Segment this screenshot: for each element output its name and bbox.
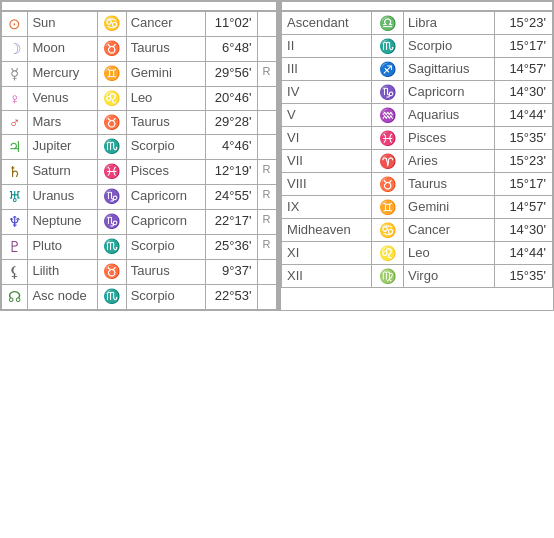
house-name-vi: VI [282,127,372,150]
house-name-ix: IX [282,196,372,219]
house-degree-ix: 14°57' [494,196,552,219]
planet-symbol-saturn: ♄ [2,160,28,185]
retro-uranus: R [258,185,277,210]
planet-name-saturn: Saturn [28,160,98,185]
main-table: ⊙ Sun ♋ Cancer 11°02' ☽ Moon ♉ Taurus 6°… [0,0,554,311]
planet-name-pluto: Pluto [28,235,98,260]
sign-name-pluto: Scorpio [126,235,205,260]
house-name-v: V [282,104,372,127]
house-sign-name-xi: Leo [404,242,495,265]
planet-row-ascnode: ☊ Asc node ♏ Scorpio 22°53' [2,285,277,310]
planet-name-venus: Venus [28,87,98,111]
house-degree-vii: 15°23' [494,150,552,173]
right-header [282,2,553,11]
sign-name-jupiter: Scorpio [126,135,205,160]
retro-mars [258,111,277,135]
planet-symbol-uranus: ♅ [2,185,28,210]
planet-symbol-neptune: ♆ [2,210,28,235]
house-row-xii: XII ♍ Virgo 15°35' [282,265,553,288]
planet-name-uranus: Uranus [28,185,98,210]
house-name-ii: II [282,35,372,58]
house-sign-name-iii: Sagittarius [404,58,495,81]
planet-row-uranus: ♅ Uranus ♑ Capricorn 24°55' R [2,185,277,210]
house-sign-symbol-xii: ♍ [372,265,404,288]
house-sign-name-xii: Virgo [404,265,495,288]
planet-row-mercury: ☿ Mercury ♊ Gemini 29°56' R [2,62,277,87]
planet-row-pluto: ♇ Pluto ♏ Scorpio 25°36' R [2,235,277,260]
planet-symbol-mars: ♂ [2,111,28,135]
house-row-midheaven: Midheaven ♋ Cancer 14°30' [282,219,553,242]
sign-name-lilith: Taurus [126,260,205,285]
retro-lilith [258,260,277,285]
house-row-vi: VI ♓ Pisces 15°35' [282,127,553,150]
house-sign-name-v: Aquarius [404,104,495,127]
house-name-midheaven: Midheaven [282,219,372,242]
house-degree-ii: 15°17' [494,35,552,58]
degree-venus: 20°46' [205,87,257,111]
planet-row-mars: ♂ Mars ♉ Taurus 29°28' [2,111,277,135]
planet-name-mars: Mars [28,111,98,135]
right-header-row [282,2,553,11]
degree-jupiter: 4°46' [205,135,257,160]
planet-name-jupiter: Jupiter [28,135,98,160]
degree-pluto: 25°36' [205,235,257,260]
sign-symbol-saturn: ♓ [98,160,127,185]
planet-symbol-moon: ☽ [2,37,28,62]
house-degree-asc: 15°23' [494,12,552,35]
planet-name-moon: Moon [28,37,98,62]
sign-name-mercury: Gemini [126,62,205,87]
sign-name-sun: Cancer [126,12,205,37]
house-sign-symbol-asc: ♎ [372,12,404,35]
house-sign-name-ix: Gemini [404,196,495,219]
house-degree-v: 14°44' [494,104,552,127]
planet-row-lilith: ⚸ Lilith ♉ Taurus 9°37' [2,260,277,285]
house-sign-symbol-ii: ♏ [372,35,404,58]
sign-symbol-pluto: ♏ [98,235,127,260]
retro-jupiter [258,135,277,160]
house-sign-symbol-vi: ♓ [372,127,404,150]
house-sign-name-viii: Taurus [404,173,495,196]
planet-symbol-jupiter: ♃ [2,135,28,160]
planet-name-sun: Sun [28,12,98,37]
house-row-xi: XI ♌ Leo 14°44' [282,242,553,265]
sign-symbol-jupiter: ♏ [98,135,127,160]
sign-name-uranus: Capricorn [126,185,205,210]
degree-mars: 29°28' [205,111,257,135]
sign-symbol-neptune: ♑ [98,210,127,235]
sign-name-ascnode: Scorpio [126,285,205,310]
retro-neptune: R [258,210,277,235]
planet-name-neptune: Neptune [28,210,98,235]
house-sign-name-asc: Libra [404,12,495,35]
house-name-viii: VIII [282,173,372,196]
planet-row-venus: ♀ Venus ♌ Leo 20°46' [2,87,277,111]
house-degree-xi: 14°44' [494,242,552,265]
retro-pluto: R [258,235,277,260]
sign-name-saturn: Pisces [126,160,205,185]
house-row-ii: II ♏ Scorpio 15°17' [282,35,553,58]
house-name-vii: VII [282,150,372,173]
house-sign-symbol-midheaven: ♋ [372,219,404,242]
retro-mercury: R [258,62,277,87]
house-sign-name-midheaven: Cancer [404,219,495,242]
house-sign-symbol-v: ♒ [372,104,404,127]
sign-symbol-venus: ♌ [98,87,127,111]
sign-symbol-lilith: ♉ [98,260,127,285]
planet-symbol-mercury: ☿ [2,62,28,87]
sign-symbol-mars: ♉ [98,111,127,135]
planet-row-moon: ☽ Moon ♉ Taurus 6°48' [2,37,277,62]
house-row-iii: III ♐ Sagittarius 14°57' [282,58,553,81]
sign-symbol-sun: ♋ [98,12,127,37]
retro-venus [258,87,277,111]
house-row-viii: VIII ♉ Taurus 15°17' [282,173,553,196]
left-header-row [2,2,277,11]
degree-neptune: 22°17' [205,210,257,235]
house-sign-symbol-iv: ♑ [372,81,404,104]
house-sign-symbol-ix: ♊ [372,196,404,219]
degree-sun: 11°02' [205,12,257,37]
right-table [281,1,553,11]
sign-symbol-uranus: ♑ [98,185,127,210]
house-name-iv: IV [282,81,372,104]
house-degree-iii: 14°57' [494,58,552,81]
planet-symbol-ascnode: ☊ [2,285,28,310]
left-table [1,1,277,11]
